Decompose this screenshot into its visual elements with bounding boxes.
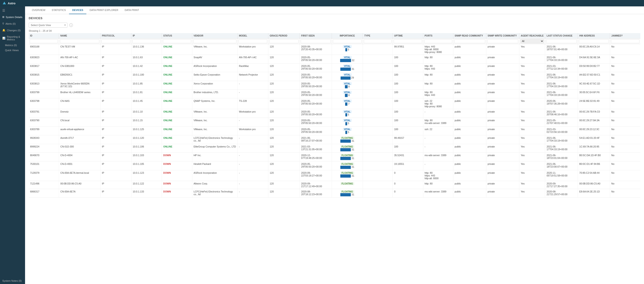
tab-overview[interactable]: OVERVIEW bbox=[29, 7, 48, 14]
filter-vendor[interactable] bbox=[193, 39, 236, 43]
sidebar-item-changes[interactable]: 🔔 Changes (0) bbox=[0, 27, 25, 34]
cell-type bbox=[363, 81, 393, 89]
importance-bar bbox=[340, 76, 350, 80]
filter-snmp-write[interactable] bbox=[487, 39, 518, 43]
filter-id[interactable] bbox=[30, 39, 58, 43]
cell-name: EB6D50C1 bbox=[59, 72, 100, 81]
sidebar-sub-item-quick-views[interactable]: Quick Views bbox=[0, 48, 25, 53]
table-row[interactable]: 8049070 CN-D-4004 IP 10.0.1.103 DOWN HP … bbox=[29, 153, 640, 161]
cell-agent: Yes bbox=[519, 109, 545, 118]
filter-name[interactable] bbox=[60, 39, 99, 43]
filter-last-status[interactable] bbox=[546, 39, 577, 43]
filter-status[interactable] bbox=[163, 39, 191, 43]
table-row[interactable]: 7129379 CN-00A-6E7A.itermal.local IP 10.… bbox=[29, 170, 640, 181]
cell-grace: 120 bbox=[268, 118, 300, 126]
col-header-ports[interactable]: PORTS bbox=[423, 33, 453, 39]
cell-importance: VITAL 8 bbox=[332, 81, 363, 89]
table-row[interactable]: 7530101 CN-D-4001 IP 10.0.1.105 DOWN Hew… bbox=[29, 161, 640, 170]
table-row[interactable]: 7121496 00:0B:DD:86:C5:A0 IP 10.0.1.122 … bbox=[29, 181, 640, 189]
sidebar-sub-item-metrics[interactable]: Metrics (0) bbox=[0, 43, 25, 48]
tab-devices[interactable]: DEVICES bbox=[69, 7, 86, 14]
cell-ports: - bbox=[423, 161, 453, 170]
toolbar: Select Quick View ▼ i bbox=[25, 21, 644, 29]
cell-importance: VITAL 29 bbox=[332, 72, 363, 81]
col-header-id[interactable]: ID bbox=[29, 33, 59, 39]
col-header-name[interactable]: NAME bbox=[59, 33, 100, 39]
cell-ports: http: 80 https: 443 http-alt: 8000 bbox=[423, 170, 453, 181]
col-header-last-status[interactable]: LAST STATUS CHANGE bbox=[545, 33, 578, 39]
cell-snmp-write: private bbox=[486, 135, 519, 144]
cell-hw: 00:0C:29:23:12:3C bbox=[578, 126, 610, 135]
table-row[interactable]: 6303791 Domotz IP 10.0.1.10 ONLINE VMwar… bbox=[29, 109, 640, 118]
sidebar-item-alerts[interactable]: ⚲ Alerts (0) bbox=[0, 20, 25, 27]
col-header-snmp-read[interactable]: SNMP READ COMMUNITY bbox=[453, 33, 486, 39]
cell-snmp-write: private bbox=[486, 81, 519, 89]
table-row[interactable]: 6303790 CN.local IP 10.0.1.15 ONLINE VMw… bbox=[29, 118, 640, 126]
filter-uptime[interactable] bbox=[394, 39, 422, 43]
tab-statistics[interactable]: STATISTICS bbox=[48, 7, 69, 14]
filter-ports[interactable] bbox=[424, 39, 452, 43]
filter-first-seen[interactable] bbox=[301, 39, 331, 43]
cell-uptime: 19.16551 bbox=[393, 161, 423, 170]
table-row[interactable]: 6303815 EB6D50C1 IP 10.0.1.100 ONLINE Se… bbox=[29, 72, 640, 81]
table-row[interactable]: 6303799 Brother HL-L6400DW series IP 10.… bbox=[29, 89, 640, 98]
cell-uptime: 100 bbox=[393, 98, 423, 109]
table-row[interactable]: 6303817 CN-53B1000 IP 10.0.1.42 ONLINE A… bbox=[29, 63, 640, 72]
importance-bar bbox=[345, 85, 348, 88]
col-header-grace[interactable]: GRACE PERIOD bbox=[268, 33, 300, 39]
cell-agent: Yes bbox=[519, 98, 545, 109]
col-header-ip[interactable]: IP bbox=[131, 33, 162, 39]
filter-model[interactable] bbox=[238, 39, 267, 43]
filter-agent[interactable]: AllYesNo bbox=[520, 39, 544, 43]
table-wrapper[interactable]: ID NAME PROTOCOL IP STATUS VENDOR MODEL … bbox=[25, 33, 644, 284]
importance-bar bbox=[340, 139, 351, 143]
filter-grace[interactable] bbox=[269, 39, 299, 43]
table-row[interactable]: 6303813 Xerox WorkCentre 6605DN (67:5C:1… bbox=[29, 81, 640, 89]
cell-model: - bbox=[237, 153, 268, 161]
menu-icon[interactable]: ☰ bbox=[0, 7, 25, 14]
sidebar-item-reporting[interactable]: 📊 Reporting & Metrics bbox=[0, 34, 25, 43]
table-row[interactable]: 6903168 CN-TEST-VM IP 10.0.1.136 ONLINE … bbox=[29, 44, 640, 55]
cell-importance: FLOATING 31 bbox=[332, 161, 363, 170]
filter-jammed[interactable] bbox=[611, 39, 640, 43]
table-row[interactable]: 6303823 AN-700-AP-I-AC IP 10.0.1.63 ONLI… bbox=[29, 55, 640, 63]
filter-importance[interactable] bbox=[333, 39, 362, 43]
col-header-agent[interactable]: AGENT REACHABLE bbox=[519, 33, 545, 39]
sidebar-item-system-notes[interactable]: System Notes (0) bbox=[0, 277, 25, 284]
tab-data-print-explorer[interactable]: DATA PRINT EXPLORER bbox=[86, 7, 122, 14]
cell-snmp-write: private bbox=[486, 89, 519, 98]
cell-hw: 9C:93:4E:67:5C:1D bbox=[578, 81, 610, 89]
col-header-hw[interactable]: HW ADDRESS bbox=[578, 33, 610, 39]
cell-uptime: 100 bbox=[393, 63, 423, 72]
filter-type[interactable] bbox=[364, 39, 392, 43]
col-header-snmp-write[interactable]: SNMP WRITE COMMUNITY bbox=[486, 33, 519, 39]
app-name: Astro bbox=[8, 2, 16, 5]
sidebar-item-system-details[interactable]: ⊞ System Details bbox=[0, 14, 25, 20]
cell-snmp-write: private bbox=[486, 161, 519, 170]
tab-data-print[interactable]: DATA PRINT bbox=[122, 7, 142, 14]
table-row[interactable]: 6303798 CN-NAS IP 10.0.1.45 ONLINE QNAP … bbox=[29, 98, 640, 109]
col-header-first-seen[interactable]: FIRST SEEN bbox=[300, 33, 332, 39]
info-icon[interactable]: i bbox=[69, 23, 73, 27]
cell-uptime: 100 bbox=[393, 144, 423, 153]
col-header-importance[interactable]: IMPORTANCE bbox=[332, 33, 363, 39]
table-row[interactable]: 6303789 auvik-virtual-appliance IP 10.0.… bbox=[29, 126, 640, 135]
col-header-protocol[interactable]: PROTOCOL bbox=[100, 33, 131, 39]
col-header-uptime[interactable]: UPTIME bbox=[393, 33, 423, 39]
filter-hw[interactable] bbox=[579, 39, 609, 43]
filter-protocol[interactable] bbox=[101, 39, 130, 43]
cell-snmp-write: private bbox=[486, 189, 519, 198]
col-header-vendor[interactable]: VENDOR bbox=[192, 33, 237, 39]
cell-protocol: IP bbox=[100, 81, 131, 89]
filter-snmp-read[interactable] bbox=[454, 39, 485, 43]
col-header-status[interactable]: STATUS bbox=[162, 33, 192, 39]
col-header-jammed[interactable]: JAMMED? bbox=[610, 33, 640, 39]
importance-bar bbox=[345, 48, 347, 51]
table-row[interactable]: 9928343 Asmith-0717 IP 10.0.1.120 ONLINE… bbox=[29, 135, 640, 144]
filter-ip[interactable] bbox=[132, 39, 161, 43]
quick-view-select[interactable]: Select Quick View bbox=[29, 23, 68, 28]
col-header-model[interactable]: MODEL bbox=[237, 33, 268, 39]
table-row[interactable]: 8999224 CN-01D-300 IP 10.0.1.106 ONLINE … bbox=[29, 144, 640, 153]
col-header-type[interactable]: TYPE bbox=[363, 33, 393, 39]
table-row[interactable]: 6866317 CN-00A-6E7A IP 10.0.1.133 DOWN L… bbox=[29, 189, 640, 198]
